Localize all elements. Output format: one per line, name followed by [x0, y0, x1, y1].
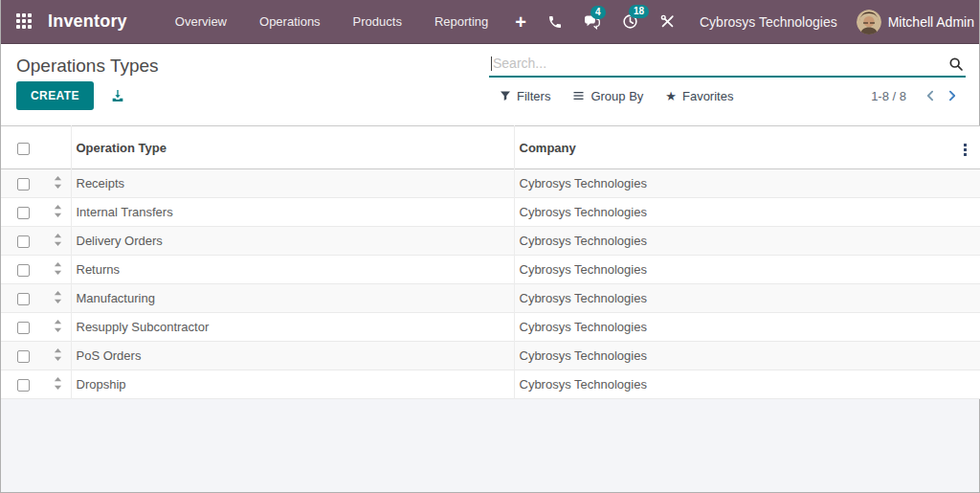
company-cell: Cybrosys Technologies [514, 227, 949, 256]
row-checkbox[interactable] [17, 178, 30, 190]
drag-handle-icon[interactable] [54, 291, 62, 303]
user-menu[interactable]: Mitchell Admin [857, 10, 974, 34]
drag-handle-icon[interactable] [54, 234, 62, 246]
drag-handle-icon[interactable] [54, 176, 62, 189]
navbar: Inventory Overview Operations Products R… [1, 0, 979, 44]
column-header-company[interactable]: Company [514, 126, 949, 169]
table-row[interactable]: Receipts Cybrosys Technologies [1, 169, 980, 198]
debug-tools-button[interactable] [649, 8, 686, 35]
company-cell: Cybrosys Technologies [514, 342, 949, 370]
chevron-right-icon [946, 89, 958, 102]
table-row[interactable]: Returns Cybrosys Technologies [1, 256, 980, 284]
list-view: Operation Type Company Receipts Cybrosys… [1, 125, 979, 492]
operation-type-cell: Resupply Subcontractor [71, 313, 514, 342]
company-cell: Cybrosys Technologies [514, 284, 949, 313]
activities-badge: 18 [629, 5, 649, 18]
menu-item-overview[interactable]: Overview [159, 1, 243, 42]
pager-previous-button[interactable] [924, 89, 937, 102]
row-checkbox[interactable] [17, 235, 30, 248]
drag-handle-icon[interactable] [54, 348, 62, 361]
systray: + 4 18 Cybrosys Technologies Mitche [504, 8, 974, 35]
pager: 1-8 / 8 [871, 89, 958, 103]
chevron-left-icon [924, 89, 937, 102]
operation-type-cell: Delivery Orders [71, 227, 514, 256]
menu-item-products[interactable]: Products [337, 1, 418, 42]
table-header-row: Operation Type Company [1, 126, 980, 169]
menu-item-reporting[interactable]: Reporting [418, 1, 504, 42]
table-row[interactable]: Manufacturing Cybrosys Technologies [1, 284, 980, 313]
tools-icon [659, 13, 676, 30]
app-name[interactable]: Inventory [48, 11, 127, 32]
company-cell: Cybrosys Technologies [514, 313, 949, 342]
pager-value[interactable]: 1-8 / 8 [871, 89, 906, 103]
select-all-checkbox[interactable] [17, 143, 30, 155]
control-panel: Operations Types CREATE Filters [1, 44, 979, 125]
operation-type-cell: PoS Orders [71, 342, 514, 370]
plus-icon: + [515, 14, 526, 30]
row-checkbox[interactable] [17, 379, 30, 392]
search-options: Filters Group By ★ Favorites [500, 89, 733, 103]
drag-handle-icon[interactable] [54, 377, 62, 390]
table-row[interactable]: Resupply Subcontractor Cybrosys Technolo… [1, 313, 980, 342]
operation-type-cell: Returns [71, 256, 514, 284]
search-input[interactable] [493, 56, 941, 71]
avatar [857, 10, 881, 34]
app-window: Inventory Overview Operations Products R… [0, 0, 980, 493]
create-button[interactable]: CREATE [16, 81, 94, 110]
table-row[interactable]: Dropship Cybrosys Technologies [1, 370, 980, 399]
activities-button[interactable]: 18 [612, 8, 649, 35]
empty-area [1, 399, 979, 492]
row-checkbox[interactable] [17, 350, 30, 363]
company-switcher[interactable]: Cybrosys Technologies [700, 14, 837, 30]
company-cell: Cybrosys Technologies [514, 169, 949, 198]
row-checkbox[interactable] [17, 207, 30, 219]
favorites-button[interactable]: ★ Favorites [665, 89, 733, 103]
drag-handle-icon[interactable] [54, 262, 62, 275]
text-caret [491, 56, 492, 71]
row-checkbox[interactable] [17, 322, 30, 334]
quick-create-button[interactable]: + [504, 9, 537, 35]
search-box [489, 54, 966, 78]
main-menu: Overview Operations Products Reporting [159, 1, 504, 42]
row-checkbox[interactable] [17, 264, 30, 277]
group-by-button[interactable]: Group By [572, 89, 643, 103]
company-cell: Cybrosys Technologies [514, 198, 949, 227]
drag-handle-icon[interactable] [54, 205, 62, 217]
table-row[interactable]: Internal Transfers Cybrosys Technologies [1, 198, 980, 227]
menu-item-operations[interactable]: Operations [243, 1, 337, 42]
table-row[interactable]: PoS Orders Cybrosys Technologies [1, 342, 980, 370]
drag-handle-icon[interactable] [54, 320, 62, 332]
optional-columns-icon[interactable] [958, 140, 972, 160]
star-icon: ★ [665, 90, 677, 102]
company-cell: Cybrosys Technologies [514, 370, 949, 399]
messages-button[interactable]: 4 [573, 9, 612, 35]
voip-button[interactable] [537, 9, 573, 35]
pager-next-button[interactable] [946, 89, 958, 102]
apps-grid-icon[interactable] [16, 13, 33, 31]
table-row[interactable]: Delivery Orders Cybrosys Technologies [1, 227, 980, 256]
export-icon[interactable] [110, 88, 125, 103]
column-header-operation-type[interactable]: Operation Type [71, 126, 514, 169]
operation-types-table: Operation Type Company Receipts Cybrosys… [1, 125, 980, 399]
company-cell: Cybrosys Technologies [514, 256, 949, 284]
filter-icon [500, 90, 511, 101]
operation-type-cell: Manufacturing [71, 284, 514, 313]
bars-icon [572, 90, 585, 101]
row-checkbox[interactable] [17, 293, 30, 305]
operation-type-cell: Internal Transfers [71, 198, 514, 227]
operation-type-cell: Receipts [71, 169, 514, 198]
user-name: Mitchell Admin [888, 14, 974, 30]
page-title: Operations Types [16, 54, 159, 78]
operation-types-rows: Receipts Cybrosys Technologies Internal … [1, 169, 980, 399]
phone-icon [547, 14, 563, 30]
messages-badge: 4 [590, 6, 606, 19]
operation-type-cell: Dropship [71, 370, 514, 399]
filters-button[interactable]: Filters [500, 89, 550, 103]
search-icon[interactable] [948, 56, 964, 76]
